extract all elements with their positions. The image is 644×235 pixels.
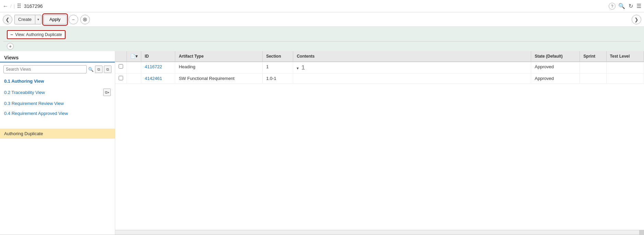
artifact-table: 📄▾ ID Artifact Type Section Contents Sta…: [115, 51, 644, 84]
sidebar-search-area: 🔍 ⧉ ⧉: [0, 62, 115, 76]
separator2: |: [14, 3, 15, 9]
row1-state: Approved: [531, 62, 580, 74]
row2-check[interactable]: [115, 74, 127, 84]
view-authoring-duplicate-label: Authoring Duplicate: [4, 131, 43, 136]
view-item-approved[interactable]: 0.4 Requirement Approved View: [0, 108, 115, 118]
copy-view-button[interactable]: ⧉: [95, 66, 103, 73]
sidebar: Views 🔍 ⧉ ⧉ 0.1 Authoring View 0.2 Trace…: [0, 51, 115, 235]
add-filter-button[interactable]: +: [7, 43, 14, 50]
search-icon[interactable]: 🔍: [618, 3, 625, 9]
row2-id-link[interactable]: 4142461: [145, 76, 162, 81]
row1-content-text: 1: [301, 64, 305, 71]
create-dropdown-arrow[interactable]: ▾: [35, 15, 41, 24]
row1-id[interactable]: 4116722: [141, 62, 175, 74]
row1-collapse-icon[interactable]: ▾: [297, 66, 299, 71]
prev-icon: ❮: [5, 17, 10, 22]
row1-section: 1: [263, 62, 293, 74]
row1-artifact-type: Heading: [175, 62, 263, 74]
row2-icon: [127, 74, 141, 84]
row1-check[interactable]: [115, 62, 127, 74]
row1-id-link[interactable]: 4116722: [145, 64, 162, 69]
minus-icon: −: [72, 17, 74, 22]
nav-right-button[interactable]: ❯: [632, 15, 641, 24]
col-section[interactable]: Section: [263, 51, 293, 62]
col-sprint[interactable]: Sprint: [580, 51, 606, 62]
minus-button[interactable]: −: [69, 15, 78, 24]
filter-bar: − View: Authoring Duplicate: [3, 28, 641, 42]
row2-state: Approved: [531, 74, 580, 84]
menu-icon[interactable]: ☰: [636, 3, 641, 9]
create-label: Create: [15, 15, 35, 24]
row1-contents: ▾ 1: [293, 62, 531, 74]
row1-test-level: [606, 62, 644, 74]
col-test-level[interactable]: Test Level: [606, 51, 644, 62]
col-icon-symbol: 📄▾: [130, 54, 138, 59]
traceability-action-button[interactable]: ⧉▾: [103, 89, 111, 96]
document-id: 3167296: [24, 3, 43, 9]
view-item-authoring[interactable]: 0.1 Authoring View: [0, 76, 115, 86]
content-area: 📄▾ ID Artifact Type Section Contents Sta…: [115, 51, 644, 235]
view-authoring-label: 0.1 Authoring View: [4, 79, 44, 84]
traceability-action-icon: ⧉▾: [105, 90, 109, 95]
row2-id[interactable]: 4142461: [141, 74, 175, 84]
top-nav-right: 🔍 ↻ ☰: [618, 3, 641, 9]
top-nav-bar: ← / | ⠿ 3167296 ? 🔍 ↻ ☰: [0, 0, 644, 12]
col-artifact-type[interactable]: Artifact Type: [175, 51, 263, 62]
row1-checkbox[interactable]: [119, 64, 123, 69]
collapse-icon: ⊗: [83, 16, 87, 23]
scrollbar-corner: [639, 230, 644, 235]
table-row: 4142461 SW Functional Requirement 1.0-1 …: [115, 74, 644, 84]
row2-section: 1.0-1: [263, 74, 293, 84]
view-list: 0.1 Authoring View 0.2 Traceability View…: [0, 76, 115, 235]
data-table[interactable]: 📄▾ ID Artifact Type Section Contents Sta…: [115, 51, 644, 230]
filter-tag: − View: Authoring Duplicate: [7, 30, 65, 39]
col-check: [115, 51, 127, 62]
table-row: 4116722 Heading 1 ▾ 1 Approved: [115, 62, 644, 74]
filter-view-label: View: Authoring Duplicate: [15, 32, 62, 37]
row2-test-level: [606, 74, 644, 84]
toolbar: ❮ Create ▾ Apply − ⊗ ❯: [0, 12, 644, 27]
help-icon[interactable]: ?: [609, 3, 616, 10]
search-views-input[interactable]: [3, 65, 87, 73]
paste-view-button[interactable]: ⧉: [104, 66, 111, 73]
row2-artifact-type: SW Functional Requirement: [175, 74, 263, 84]
view-review-label: 0.3 Requirement Review View: [4, 101, 64, 106]
view-item-authoring-duplicate[interactable]: Authoring Duplicate: [0, 129, 115, 139]
sidebar-toolbar: ⧉ ⧉: [95, 66, 111, 73]
grid-icon[interactable]: ⠿: [17, 2, 22, 10]
separator1: /: [10, 3, 12, 9]
row2-contents: [293, 74, 531, 84]
back-icon[interactable]: ←: [3, 3, 8, 9]
sidebar-title: Views: [0, 51, 115, 62]
row1-icon: [127, 62, 141, 74]
col-id[interactable]: ID: [141, 51, 175, 62]
prev-button[interactable]: ❮: [3, 15, 12, 24]
filter-section: − View: Authoring Duplicate +: [0, 27, 644, 51]
col-icon: 📄▾: [127, 51, 141, 62]
search-icon: 🔍: [88, 67, 94, 72]
apply-button[interactable]: Apply: [44, 15, 67, 24]
table-horizontal-scrollbar[interactable]: [115, 230, 644, 235]
copy-icon: ⧉: [97, 67, 100, 72]
filter-remove-icon[interactable]: −: [10, 32, 13, 37]
filter-plus-row: +: [3, 42, 641, 51]
create-button[interactable]: Create ▾: [14, 15, 41, 24]
row2-sprint: [580, 74, 606, 84]
paste-icon: ⧉: [106, 67, 109, 72]
col-contents[interactable]: Contents: [293, 51, 531, 62]
col-state[interactable]: State (Default): [531, 51, 580, 62]
view-approved-label: 0.4 Requirement Approved View: [4, 111, 68, 116]
main-layout: Views 🔍 ⧉ ⧉ 0.1 Authoring View 0.2 Trace…: [0, 51, 644, 235]
view-traceability-label: 0.2 Traceability View: [4, 90, 45, 95]
row1-sprint: [580, 62, 606, 74]
view-item-traceability[interactable]: 0.2 Traceability View ⧉▾: [0, 86, 115, 98]
view-item-review[interactable]: 0.3 Requirement Review View: [0, 98, 115, 108]
row2-checkbox[interactable]: [119, 76, 123, 80]
refresh-icon[interactable]: ↻: [629, 3, 633, 9]
top-nav-left: ← / | ⠿ 3167296 ?: [3, 2, 616, 10]
collapse-button[interactable]: ⊗: [80, 15, 90, 24]
nav-right-icon: ❯: [634, 17, 639, 22]
